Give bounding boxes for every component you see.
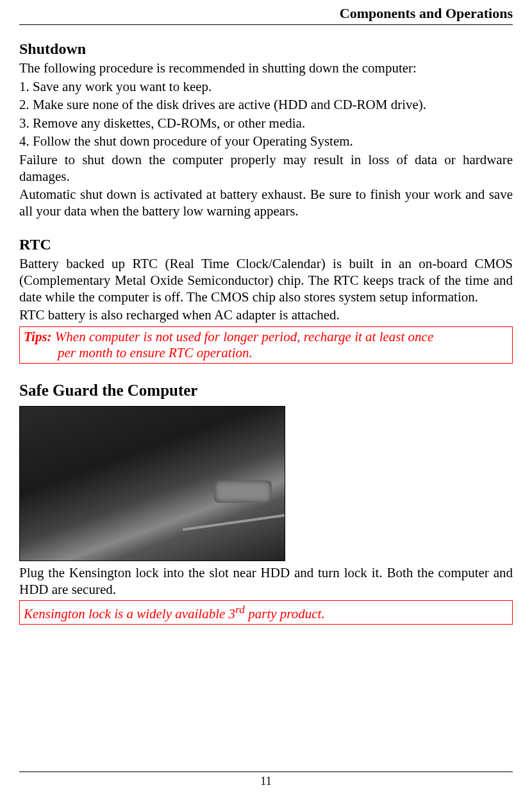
shutdown-step-3: 3. Remove any diskettes, CD-ROMs, or oth… [19,115,513,132]
note-text-prefix: Kensington lock is a widely available 3 [24,606,235,621]
safeguard-heading: Safe Guard the Computer [19,382,513,400]
note-callout: Kensington lock is a widely available 3r… [19,600,513,625]
note-text-sup: rd [235,603,245,616]
page-footer: 11 [19,771,513,788]
rtc-paragraph-1: Battery backed up RTC (Real Time Clock/C… [19,256,513,305]
shutdown-intro: The following procedure is recommended i… [19,60,513,77]
safeguard-paragraph: Plug the Kensington lock into the slot n… [19,565,513,598]
tips-callout: Tips: When computer is not used for long… [19,326,513,364]
shutdown-step-2: 2. Make sure none of the disk drives are… [19,97,513,114]
shutdown-warning-1: Failure to shut down the computer proper… [19,152,513,185]
tips-label: Tips: [24,329,52,344]
kensington-lock-photo [19,406,285,561]
tips-text-line2: per month to ensure RTC operation. [58,345,253,360]
page-number: 11 [260,775,271,788]
rtc-paragraph-2: RTC battery is also recharged when AC ad… [19,307,513,324]
shutdown-warning-2: Automatic shut down is activated at batt… [19,187,513,219]
note-text-suffix: party product. [245,606,325,621]
tips-text-line1: When computer is not used for longer per… [52,329,434,344]
shutdown-step-1: 1. Save any work you want to keep. [19,79,513,96]
rtc-heading: RTC [19,236,513,253]
shutdown-step-4: 4. Follow the shut down procedure of you… [19,133,513,150]
header-title: Components and Operations [19,0,513,25]
shutdown-heading: Shutdown [19,40,513,58]
